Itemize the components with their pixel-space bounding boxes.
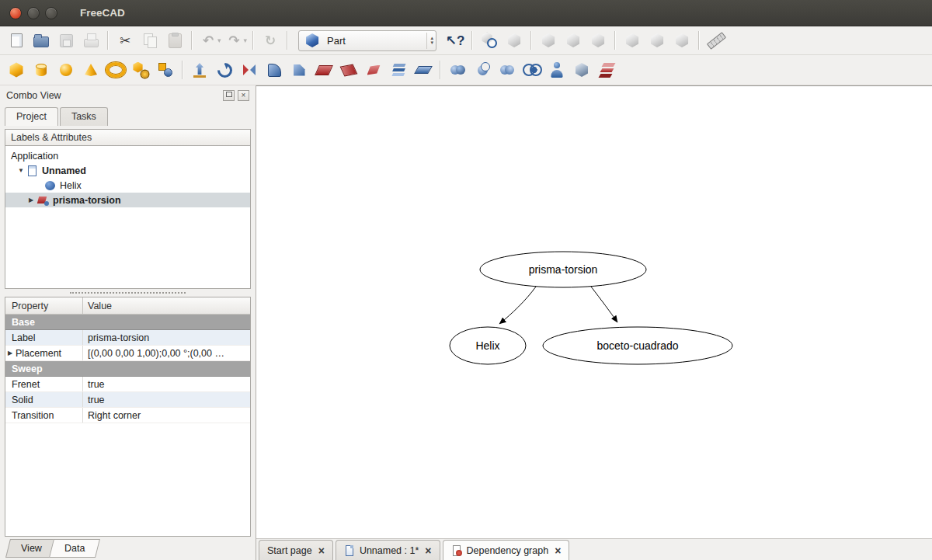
toolbar-separator: [287, 31, 288, 50]
tree-item-unnamed[interactable]: ▼ Unnamed: [5, 163, 250, 178]
property-name: ▶ Placement: [5, 346, 83, 360]
toolbar-separator: [107, 31, 109, 50]
maximize-window-button[interactable]: [45, 7, 57, 19]
boolean-cut-button[interactable]: [470, 58, 495, 82]
right-view-button[interactable]: [586, 29, 610, 52]
redo-button: ↷▾: [223, 29, 249, 52]
property-value[interactable]: [(0,00 0,00 1,00);0,00 °;(0,00 …: [83, 346, 250, 360]
create-primitives-button[interactable]: [128, 58, 153, 82]
boolean-union-button[interactable]: [495, 58, 520, 82]
main-area: Combo View × Project Tasks Labels & Attr…: [0, 85, 932, 560]
property-group-sweep[interactable]: Sweep: [5, 361, 250, 377]
revolve-button[interactable]: [212, 58, 237, 82]
float-panel-button[interactable]: [223, 90, 235, 101]
toolbar-separator: [252, 31, 254, 50]
tab-label: Dependency graph: [467, 545, 549, 556]
property-group-base[interactable]: Base: [5, 315, 250, 330]
torus-button[interactable]: [103, 58, 128, 82]
top-view-button[interactable]: [561, 29, 586, 52]
open-document-button[interactable]: [29, 29, 54, 52]
property-value[interactable]: Right corner: [83, 408, 250, 423]
property-row-solid[interactable]: Solid true: [5, 392, 250, 408]
close-panel-button[interactable]: ×: [238, 90, 249, 101]
front-view-button[interactable]: [536, 29, 561, 52]
boolean-cut-icon: [472, 60, 492, 80]
ruled-surface-button[interactable]: [336, 58, 361, 82]
measure-distance-button[interactable]: [704, 29, 729, 52]
expand-caret-icon[interactable]: ▶: [8, 350, 16, 357]
minimize-window-button[interactable]: [27, 7, 40, 19]
cone-button[interactable]: [78, 58, 103, 82]
toolbar-separator: [614, 31, 616, 50]
tab-view-label: View: [21, 543, 42, 554]
tab-label: Unnamed : 1*: [360, 545, 419, 556]
whats-this-button[interactable]: ↖?: [443, 29, 468, 52]
defeaturing-button[interactable]: [569, 58, 594, 82]
cylinder-icon: [31, 60, 51, 80]
loft-button[interactable]: [386, 58, 411, 82]
close-tab-icon[interactable]: ×: [425, 544, 431, 557]
tab-tasks[interactable]: Tasks: [60, 107, 108, 126]
left-view-button[interactable]: [669, 29, 694, 52]
property-row-frenet[interactable]: Frenet true: [5, 377, 250, 392]
workbench-selector[interactable]: Part ▴ ▾: [298, 30, 436, 51]
property-value[interactable]: true: [83, 377, 250, 391]
collapse-caret-icon[interactable]: ▼: [18, 167, 26, 174]
box-button[interactable]: [4, 58, 29, 82]
mirror-button[interactable]: [237, 58, 262, 82]
tree-item-application[interactable]: Application: [5, 148, 250, 163]
tree-item-prisma-torsion[interactable]: ▶ prisma-torsion: [5, 193, 250, 207]
make-face-button[interactable]: [311, 58, 336, 82]
tab-unnamed-1[interactable]: Unnamed : 1* ×: [336, 540, 440, 560]
mirror-icon: [239, 60, 259, 80]
extrude-button[interactable]: [187, 58, 212, 82]
check-geometry-button[interactable]: [544, 58, 569, 82]
property-row-transition[interactable]: Transition Right corner: [5, 408, 250, 423]
axonometric-view-button[interactable]: [502, 29, 527, 52]
sphere-button[interactable]: [54, 58, 78, 82]
boolean-intersection-button[interactable]: [520, 58, 544, 82]
fillet-button[interactable]: [262, 58, 287, 82]
defeaturing-icon: [572, 60, 592, 80]
section-button[interactable]: [411, 58, 436, 82]
torus-icon: [106, 60, 126, 80]
tab-dependency-graph[interactable]: Dependency graph ×: [443, 540, 570, 560]
boolean-button[interactable]: [445, 58, 470, 82]
workbench-spinner[interactable]: ▴ ▾: [426, 33, 434, 49]
tree-item-helix[interactable]: Helix: [5, 178, 250, 193]
tab-project[interactable]: Project: [5, 107, 58, 126]
cut-button[interactable]: ✂: [113, 29, 137, 52]
new-document-button[interactable]: [4, 29, 29, 52]
property-value[interactable]: true: [83, 392, 250, 407]
refresh-icon: ↻: [260, 30, 280, 50]
property-value[interactable]: prisma-torsion: [83, 330, 250, 345]
tab-start-page[interactable]: Start page ×: [259, 540, 333, 560]
toolbar-separator: [440, 61, 441, 79]
close-tab-icon[interactable]: ×: [555, 544, 561, 557]
toolbar-separator: [698, 31, 700, 50]
copy-icon: [140, 30, 160, 50]
property-name: Frenet: [5, 377, 83, 391]
panel-splitter[interactable]: [0, 289, 256, 297]
property-row-label[interactable]: Label prisma-torsion: [5, 330, 250, 346]
undo-icon: ↶: [198, 30, 218, 50]
tree-item-label: Helix: [60, 180, 82, 191]
property-row-placement[interactable]: ▶ Placement [(0,00 0,00 1,00);0,00 °;(0,…: [5, 346, 250, 361]
shape-builder-button[interactable]: [153, 58, 178, 82]
section-icon: [413, 60, 433, 80]
chamfer-button[interactable]: [287, 58, 311, 82]
close-window-button[interactable]: [9, 7, 22, 19]
boolean-intersection-icon: [522, 60, 542, 80]
tab-data[interactable]: Data: [49, 539, 100, 558]
rear-view-button[interactable]: [620, 29, 645, 52]
cross-sections-button[interactable]: [594, 58, 619, 82]
close-tab-icon[interactable]: ×: [318, 544, 325, 557]
fit-all-button[interactable]: [477, 29, 502, 52]
create-primitives-icon: [130, 60, 151, 80]
expand-caret-icon[interactable]: ▶: [29, 197, 37, 203]
value-column-header: Value: [83, 297, 250, 314]
dependency-graph-icon: [451, 545, 462, 556]
bottom-view-button[interactable]: [645, 29, 669, 52]
sweep-button[interactable]: [361, 58, 386, 82]
cylinder-button[interactable]: [29, 58, 54, 82]
